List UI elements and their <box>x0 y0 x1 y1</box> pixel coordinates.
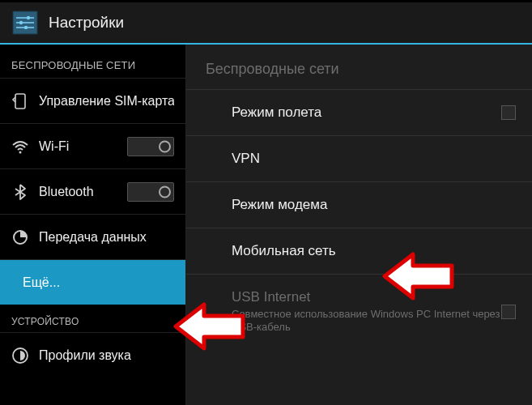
main-item-label: VPN <box>232 151 260 166</box>
usb-checkbox <box>501 305 516 319</box>
main-item-label: Режим модема <box>232 197 327 212</box>
settings-icon <box>10 7 40 38</box>
arrow-annotation-more <box>172 298 249 355</box>
sidebar-section-wireless: БЕСПРОВОДНЫЕ СЕТИ <box>0 45 185 78</box>
sidebar: БЕСПРОВОДНЫЕ СЕТИ Управление SIM-картами… <box>0 45 186 405</box>
data-usage-icon <box>11 228 29 246</box>
main-item-vpn[interactable]: VPN <box>186 135 532 181</box>
svg-point-6 <box>24 26 28 29</box>
sim-icon <box>11 92 29 110</box>
main-item-tether[interactable]: Режим модема <box>186 181 532 228</box>
sidebar-item-bluetooth[interactable]: Bluetooth <box>0 168 185 214</box>
arrow-annotation-mobile <box>381 248 458 305</box>
sidebar-item-label: Профили звука <box>39 348 174 363</box>
page-title: Настройки <box>49 14 124 32</box>
sound-profiles-icon <box>11 347 29 364</box>
main-item-label: Мобильная сеть <box>232 243 336 258</box>
sidebar-item-label: Bluetooth <box>39 185 117 199</box>
wifi-toggle[interactable] <box>127 137 174 156</box>
main-section-header: Беспроводные сети <box>186 45 532 89</box>
app-header: Настройки <box>0 2 532 45</box>
sidebar-item-label: Управление SIM-картами <box>39 94 174 109</box>
bluetooth-toggle[interactable] <box>127 182 174 202</box>
svg-point-8 <box>19 151 22 153</box>
bluetooth-icon <box>11 183 29 201</box>
sidebar-item-sim[interactable]: Управление SIM-картами <box>0 78 185 123</box>
sidebar-item-wifi[interactable]: Wi-Fi <box>0 123 185 168</box>
sidebar-item-profiles[interactable]: Профили звука <box>0 332 185 377</box>
svg-rect-7 <box>15 94 25 109</box>
sidebar-item-more[interactable]: Ещё... <box>0 259 185 305</box>
sidebar-section-device: УСТРОЙСТВО <box>0 305 185 332</box>
svg-point-4 <box>27 16 30 19</box>
main-item-airplane[interactable]: Режим полета <box>186 89 532 135</box>
sidebar-item-data[interactable]: Передача данных <box>0 214 185 259</box>
main-item-subtitle: Совместное использование Windows PC Inte… <box>232 308 513 335</box>
sidebar-item-label: Передача данных <box>39 230 174 245</box>
sidebar-item-label: Wi-Fi <box>39 139 117 154</box>
svg-point-5 <box>19 21 23 24</box>
airplane-checkbox[interactable] <box>501 105 516 120</box>
wifi-icon <box>11 138 29 156</box>
main-item-mobile-network[interactable]: Мобильная сеть <box>186 228 532 274</box>
main-item-label: Режим полета <box>232 104 321 120</box>
sidebar-item-label: Ещё... <box>11 275 174 290</box>
